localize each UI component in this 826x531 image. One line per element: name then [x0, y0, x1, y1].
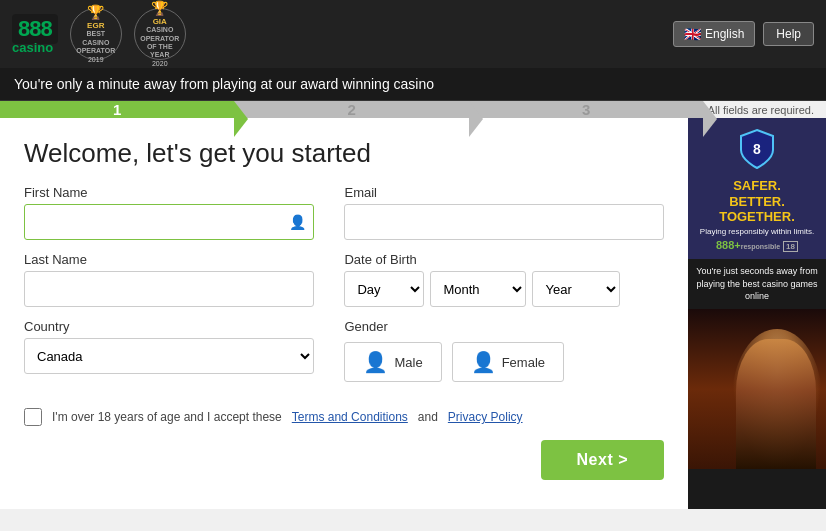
progress-bar: 1 2 3 *All fields are required. [0, 101, 826, 118]
dob-group: Date of Birth Day Month Year [344, 252, 664, 307]
step-2-label: 2 [347, 101, 355, 118]
header-right: 🇬🇧 English Help [673, 21, 814, 47]
trophy-icon-gia: 🏆 [151, 0, 168, 17]
responsible-text: Playing responsibly within limits. [700, 227, 814, 237]
form-area: Welcome, let's get you started First Nam… [0, 118, 688, 509]
welcome-title: Welcome, let's get you started [24, 138, 664, 169]
gender-label: Gender [344, 319, 664, 334]
progress-step-2: 2 [234, 101, 468, 118]
language-button[interactable]: 🇬🇧 English [673, 21, 755, 47]
country-label: Country [24, 319, 314, 334]
ad-shield-section: 8 SAFER. BETTER. TOGETHER. Playing respo… [688, 118, 826, 259]
dob-day-select[interactable]: Day [344, 271, 424, 307]
female-icon: 👤 [471, 350, 496, 374]
sidebar-ad: 8 SAFER. BETTER. TOGETHER. Playing respo… [688, 118, 826, 509]
logo-area: 888 casino 🏆 EGR BEST CASINO OPERATOR 20… [12, 8, 186, 60]
terms-text: I'm over 18 years of age and I accept th… [52, 410, 282, 424]
tagline-text: You're just seconds away from playing th… [696, 266, 817, 301]
award-gia-org: GIA [153, 17, 167, 27]
last-name-group: Last Name [24, 252, 314, 307]
terms-row: I'm over 18 years of age and I accept th… [24, 408, 664, 426]
country-select[interactable]: Canada United States United Kingdom Aust… [24, 338, 314, 374]
better-label: BETTER. [729, 194, 785, 210]
trophy-icon: 🏆 [87, 4, 104, 21]
male-icon: 👤 [363, 350, 388, 374]
banner-text: You're only a minute away from playing a… [14, 76, 434, 92]
award-egr-year: 2019 [88, 56, 104, 64]
dob-row: Day Month Year [344, 271, 664, 307]
help-button[interactable]: Help [763, 22, 814, 46]
required-note: *All fields are required. [703, 101, 826, 118]
dob-month-select[interactable]: Month [430, 271, 526, 307]
logo: 888 casino [12, 14, 58, 55]
female-label: Female [502, 355, 545, 370]
svg-text:8: 8 [753, 141, 761, 157]
ad-888-logo: 888+responsible 18 [716, 239, 798, 251]
award-badge-gia: 🏆 GIA CASINO OPERATOR OF THE YEAR 2020 [134, 8, 186, 60]
email-input[interactable] [344, 204, 664, 240]
first-name-label: First Name [24, 185, 314, 200]
safer-label: SAFER. [733, 178, 781, 194]
progress-step-1: 1 [0, 101, 234, 118]
first-name-group: First Name 👤 [24, 185, 314, 240]
main-wrapper: Welcome, let's get you started First Nam… [0, 118, 826, 509]
language-label: English [705, 27, 744, 41]
together-label: TOGETHER. [719, 209, 795, 225]
country-group: Country Canada United States United King… [24, 319, 314, 374]
gender-group: Gender 👤 Male 👤 Female [344, 319, 664, 382]
terms-and: and [418, 410, 438, 424]
next-button[interactable]: Next > [541, 440, 664, 480]
award-egr-org: EGR [87, 21, 104, 31]
award-gia-title: CASINO OPERATOR OF THE YEAR [137, 26, 183, 60]
form-right: Email Date of Birth Day Month Year [344, 185, 664, 394]
last-name-input[interactable] [24, 271, 314, 307]
last-name-label: Last Name [24, 252, 314, 267]
email-label: Email [344, 185, 664, 200]
award-badge-egr: 🏆 EGR BEST CASINO OPERATOR 2019 [70, 8, 122, 60]
terms-conditions-link[interactable]: Terms and Conditions [292, 410, 408, 424]
ad-image [688, 309, 826, 469]
step-1-label: 1 [113, 101, 121, 118]
terms-checkbox[interactable] [24, 408, 42, 426]
progress-step-3: 3 [469, 101, 703, 118]
gender-row: 👤 Male 👤 Female [344, 342, 664, 382]
ad-tagline: You're just seconds away from playing th… [688, 259, 826, 309]
email-group: Email [344, 185, 664, 240]
shield-icon: 8 [739, 128, 775, 174]
logo-casino: casino [12, 40, 58, 55]
first-name-input-wrap: 👤 [24, 204, 314, 240]
form-left: First Name 👤 Last Name Country Canada Un… [24, 185, 314, 394]
award-egr-title: BEST CASINO OPERATOR [73, 30, 119, 55]
first-name-input[interactable] [24, 204, 314, 240]
banner: You're only a minute away from playing a… [0, 68, 826, 101]
dob-year-select[interactable]: Year [532, 271, 620, 307]
dob-label: Date of Birth [344, 252, 664, 267]
next-btn-row: Next > [24, 440, 664, 480]
gender-male-button[interactable]: 👤 Male [344, 342, 441, 382]
header: 888 casino 🏆 EGR BEST CASINO OPERATOR 20… [0, 0, 826, 68]
flag-icon: 🇬🇧 [684, 26, 701, 42]
form-columns: First Name 👤 Last Name Country Canada Un… [24, 185, 664, 394]
male-label: Male [394, 355, 422, 370]
privacy-policy-link[interactable]: Privacy Policy [448, 410, 523, 424]
gender-female-button[interactable]: 👤 Female [452, 342, 564, 382]
step-3-label: 3 [582, 101, 590, 118]
award-gia-year: 2020 [152, 60, 168, 68]
